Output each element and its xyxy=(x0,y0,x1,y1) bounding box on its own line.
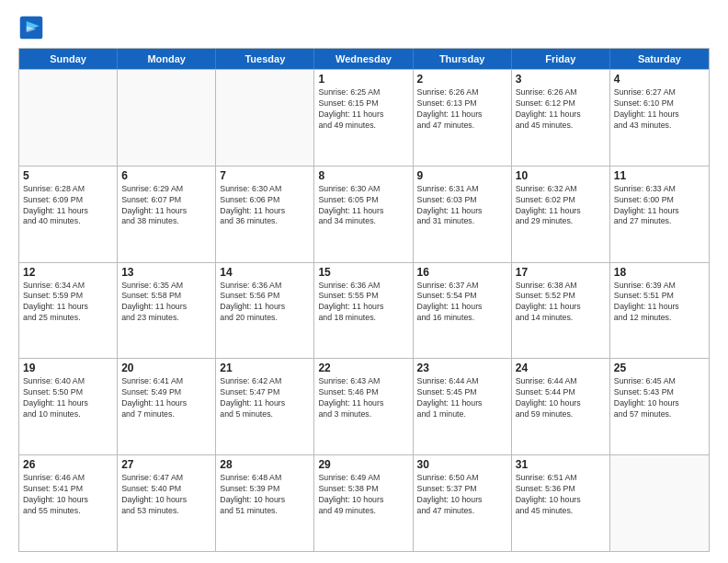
day-number: 20 xyxy=(121,362,211,374)
calendar-cell xyxy=(19,70,118,166)
cell-info: Sunrise: 6:28 AM Sunset: 6:09 PM Dayligh… xyxy=(23,184,113,228)
weekday-header-monday: Monday xyxy=(118,49,216,69)
calendar-cell: 16Sunrise: 6:37 AM Sunset: 5:54 PM Dayli… xyxy=(414,263,512,359)
calendar-cell: 18Sunrise: 6:39 AM Sunset: 5:51 PM Dayli… xyxy=(610,263,709,359)
cell-info: Sunrise: 6:30 AM Sunset: 6:06 PM Dayligh… xyxy=(220,184,310,228)
cell-info: Sunrise: 6:26 AM Sunset: 6:12 PM Dayligh… xyxy=(516,87,606,132)
calendar-cell: 22Sunrise: 6:43 AM Sunset: 5:46 PM Dayli… xyxy=(314,359,413,454)
cell-info: Sunrise: 6:41 AM Sunset: 5:49 PM Dayligh… xyxy=(121,376,211,420)
weekday-header-saturday: Saturday xyxy=(610,49,709,69)
calendar-cell: 1Sunrise: 6:25 AM Sunset: 6:15 PM Daylig… xyxy=(314,70,413,166)
cell-info: Sunrise: 6:46 AM Sunset: 5:41 PM Dayligh… xyxy=(23,473,113,517)
cell-info: Sunrise: 6:30 AM Sunset: 6:05 PM Dayligh… xyxy=(318,184,408,228)
cell-info: Sunrise: 6:29 AM Sunset: 6:07 PM Dayligh… xyxy=(121,184,211,228)
day-number: 1 xyxy=(318,73,408,86)
calendar-cell: 29Sunrise: 6:49 AM Sunset: 5:38 PM Dayli… xyxy=(314,455,413,551)
cell-info: Sunrise: 6:49 AM Sunset: 5:38 PM Dayligh… xyxy=(318,473,408,517)
calendar-week-2: 5Sunrise: 6:28 AM Sunset: 6:09 PM Daylig… xyxy=(19,166,709,262)
day-number: 27 xyxy=(121,458,211,471)
cell-info: Sunrise: 6:36 AM Sunset: 5:55 PM Dayligh… xyxy=(318,281,408,325)
calendar-cell: 6Sunrise: 6:29 AM Sunset: 6:07 PM Daylig… xyxy=(118,167,216,262)
calendar-week-5: 26Sunrise: 6:46 AM Sunset: 5:41 PM Dayli… xyxy=(19,454,709,551)
cell-info: Sunrise: 6:25 AM Sunset: 6:15 PM Dayligh… xyxy=(318,87,408,132)
cell-info: Sunrise: 6:48 AM Sunset: 5:39 PM Dayligh… xyxy=(220,473,310,517)
day-number: 19 xyxy=(23,362,113,374)
calendar-week-1: 1Sunrise: 6:25 AM Sunset: 6:15 PM Daylig… xyxy=(19,69,709,166)
day-number: 6 xyxy=(121,169,211,182)
cell-info: Sunrise: 6:39 AM Sunset: 5:51 PM Dayligh… xyxy=(614,281,705,325)
day-number: 3 xyxy=(516,73,606,86)
cell-info: Sunrise: 6:27 AM Sunset: 6:10 PM Dayligh… xyxy=(614,87,705,132)
calendar-cell: 8Sunrise: 6:30 AM Sunset: 6:05 PM Daylig… xyxy=(314,167,413,262)
day-number: 24 xyxy=(516,362,606,374)
weekday-header-wednesday: Wednesday xyxy=(314,49,413,69)
calendar-cell: 12Sunrise: 6:34 AM Sunset: 5:59 PM Dayli… xyxy=(19,263,118,359)
calendar-cell: 5Sunrise: 6:28 AM Sunset: 6:09 PM Daylig… xyxy=(19,167,118,262)
cell-info: Sunrise: 6:51 AM Sunset: 5:36 PM Dayligh… xyxy=(516,473,606,517)
cell-info: Sunrise: 6:34 AM Sunset: 5:59 PM Dayligh… xyxy=(23,281,113,325)
day-number: 30 xyxy=(417,458,507,471)
cell-info: Sunrise: 6:33 AM Sunset: 6:00 PM Dayligh… xyxy=(614,184,705,228)
cell-info: Sunrise: 6:37 AM Sunset: 5:54 PM Dayligh… xyxy=(417,281,507,325)
day-number: 10 xyxy=(516,169,606,182)
calendar-header: SundayMondayTuesdayWednesdayThursdayFrid… xyxy=(19,49,709,69)
cell-info: Sunrise: 6:44 AM Sunset: 5:45 PM Dayligh… xyxy=(417,376,507,420)
calendar-cell: 9Sunrise: 6:31 AM Sunset: 6:03 PM Daylig… xyxy=(414,167,512,262)
calendar-cell: 11Sunrise: 6:33 AM Sunset: 6:00 PM Dayli… xyxy=(610,167,709,262)
calendar-cell: 15Sunrise: 6:36 AM Sunset: 5:55 PM Dayli… xyxy=(314,263,413,359)
calendar-cell xyxy=(118,70,216,166)
day-number: 15 xyxy=(318,266,408,279)
calendar-cell: 14Sunrise: 6:36 AM Sunset: 5:56 PM Dayli… xyxy=(216,263,314,359)
weekday-header-friday: Friday xyxy=(512,49,610,69)
header xyxy=(18,15,710,40)
calendar-cell: 7Sunrise: 6:30 AM Sunset: 6:06 PM Daylig… xyxy=(216,167,314,262)
day-number: 7 xyxy=(220,169,310,182)
calendar-cell: 20Sunrise: 6:41 AM Sunset: 5:49 PM Dayli… xyxy=(118,359,216,454)
calendar-cell xyxy=(610,455,709,551)
cell-info: Sunrise: 6:42 AM Sunset: 5:47 PM Dayligh… xyxy=(220,376,310,420)
day-number: 4 xyxy=(614,73,705,86)
calendar-cell: 30Sunrise: 6:50 AM Sunset: 5:37 PM Dayli… xyxy=(414,455,512,551)
day-number: 22 xyxy=(318,362,408,374)
weekday-header-sunday: Sunday xyxy=(19,49,118,69)
calendar-cell: 2Sunrise: 6:26 AM Sunset: 6:13 PM Daylig… xyxy=(414,70,512,166)
day-number: 26 xyxy=(23,458,113,471)
cell-info: Sunrise: 6:47 AM Sunset: 5:40 PM Dayligh… xyxy=(121,473,211,517)
calendar-cell: 10Sunrise: 6:32 AM Sunset: 6:02 PM Dayli… xyxy=(512,167,610,262)
calendar-week-3: 12Sunrise: 6:34 AM Sunset: 5:59 PM Dayli… xyxy=(19,262,709,359)
calendar: SundayMondayTuesdayWednesdayThursdayFrid… xyxy=(18,48,710,552)
cell-info: Sunrise: 6:31 AM Sunset: 6:03 PM Dayligh… xyxy=(417,184,507,228)
calendar-cell: 27Sunrise: 6:47 AM Sunset: 5:40 PM Dayli… xyxy=(118,455,216,551)
calendar-cell: 23Sunrise: 6:44 AM Sunset: 5:45 PM Dayli… xyxy=(414,359,512,454)
day-number: 9 xyxy=(417,169,507,182)
cell-info: Sunrise: 6:50 AM Sunset: 5:37 PM Dayligh… xyxy=(417,473,507,517)
cell-info: Sunrise: 6:32 AM Sunset: 6:02 PM Dayligh… xyxy=(516,184,606,228)
calendar-cell: 19Sunrise: 6:40 AM Sunset: 5:50 PM Dayli… xyxy=(19,359,118,454)
day-number: 17 xyxy=(516,266,606,279)
day-number: 23 xyxy=(417,362,507,374)
calendar-cell: 26Sunrise: 6:46 AM Sunset: 5:41 PM Dayli… xyxy=(19,455,118,551)
day-number: 31 xyxy=(516,458,606,471)
cell-info: Sunrise: 6:40 AM Sunset: 5:50 PM Dayligh… xyxy=(23,376,113,420)
day-number: 5 xyxy=(23,169,113,182)
calendar-cell: 4Sunrise: 6:27 AM Sunset: 6:10 PM Daylig… xyxy=(610,70,709,166)
day-number: 28 xyxy=(220,458,310,471)
calendar-cell xyxy=(216,70,314,166)
cell-info: Sunrise: 6:35 AM Sunset: 5:58 PM Dayligh… xyxy=(121,281,211,325)
weekday-header-tuesday: Tuesday xyxy=(216,49,314,69)
calendar-week-4: 19Sunrise: 6:40 AM Sunset: 5:50 PM Dayli… xyxy=(19,358,709,454)
day-number: 16 xyxy=(417,266,507,279)
calendar-body: 1Sunrise: 6:25 AM Sunset: 6:15 PM Daylig… xyxy=(19,69,709,551)
calendar-cell: 31Sunrise: 6:51 AM Sunset: 5:36 PM Dayli… xyxy=(512,455,610,551)
logo-icon xyxy=(18,15,44,40)
cell-info: Sunrise: 6:26 AM Sunset: 6:13 PM Dayligh… xyxy=(417,87,507,132)
day-number: 21 xyxy=(220,362,310,374)
day-number: 18 xyxy=(614,266,705,279)
day-number: 13 xyxy=(121,266,211,279)
calendar-cell: 13Sunrise: 6:35 AM Sunset: 5:58 PM Dayli… xyxy=(118,263,216,359)
cell-info: Sunrise: 6:45 AM Sunset: 5:43 PM Dayligh… xyxy=(614,376,705,420)
logo xyxy=(18,15,48,40)
calendar-cell: 28Sunrise: 6:48 AM Sunset: 5:39 PM Dayli… xyxy=(216,455,314,551)
day-number: 11 xyxy=(614,169,705,182)
weekday-header-thursday: Thursday xyxy=(414,49,512,69)
